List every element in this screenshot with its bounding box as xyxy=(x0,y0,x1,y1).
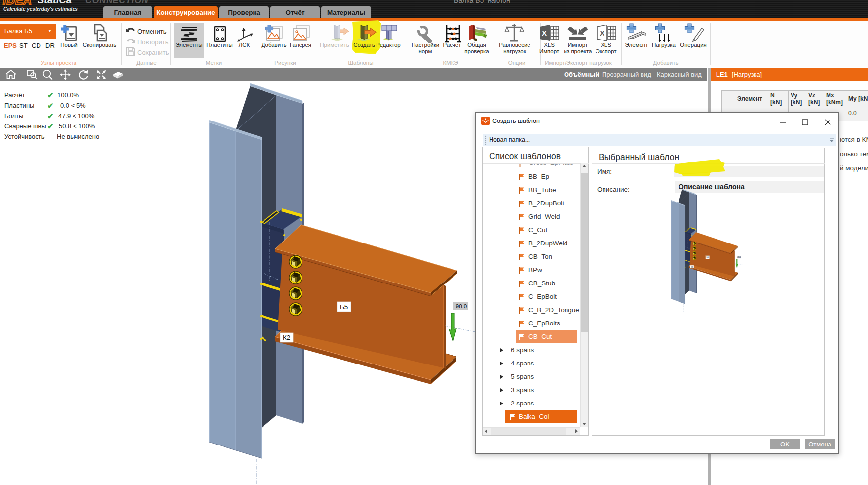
svg-text:X: X xyxy=(542,29,547,37)
svg-text:X: X xyxy=(600,29,604,37)
